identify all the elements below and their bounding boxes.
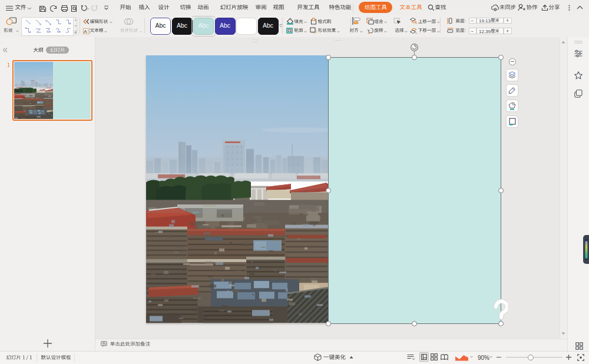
svg-text:A: A [84, 28, 87, 34]
